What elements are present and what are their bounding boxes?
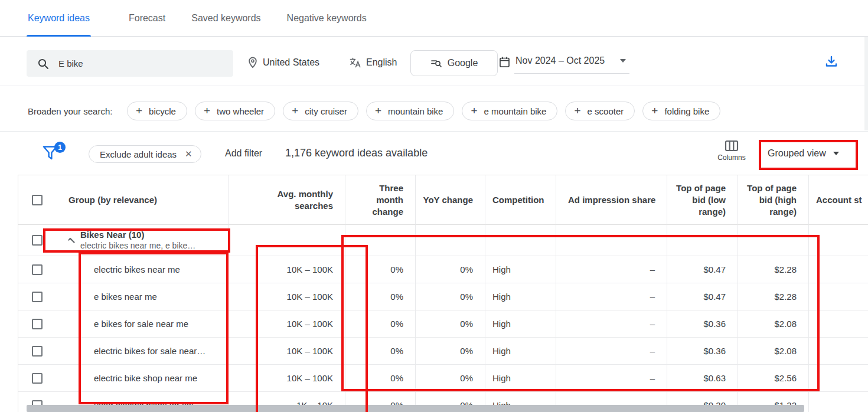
broaden-search-label: Broaden your search:: [28, 106, 112, 116]
location-selector[interactable]: United States: [247, 57, 319, 68]
exclude-adult-ideas-chip[interactable]: Exclude adult ideas ✕: [89, 145, 201, 163]
row-checkbox[interactable]: [32, 319, 43, 329]
add-filter-button[interactable]: Add filter: [225, 148, 262, 159]
divider: [0, 131, 868, 132]
view-selector-value: Grouped view: [768, 148, 826, 159]
bid-high-cell: $2.28: [738, 283, 808, 310]
ad-impression-cell: –: [556, 283, 667, 310]
header-checkbox-cell: [18, 175, 68, 225]
header-ad-impression-share[interactable]: Ad impression share: [556, 175, 667, 225]
bid-high-cell: $2.28: [738, 256, 808, 283]
chip-label: two wheeler: [217, 106, 264, 116]
row-checkbox[interactable]: [32, 264, 43, 275]
group-subtitle: electric bikes near me, e bike…: [80, 240, 195, 251]
three-month-cell: 0%: [345, 283, 415, 310]
group-title-block: Bikes Near (10) electric bikes near me, …: [80, 229, 195, 251]
row-checkbox-cell: [18, 338, 68, 365]
header-top-of-page-bid-low[interactable]: Top of page bid (low range): [667, 175, 738, 225]
columns-label: Columns: [714, 153, 749, 162]
bid-low-cell: $0.47: [667, 283, 738, 310]
ad-impression-cell: –: [556, 338, 667, 365]
chip-folding-bike[interactable]: +folding bike: [642, 102, 720, 120]
tab-negative-keywords-label: Negative keywords: [287, 13, 367, 24]
network-search-icon: [430, 58, 442, 68]
chip-mountain-bike[interactable]: +mountain bike: [366, 102, 455, 120]
table-row: e bikes for sale near me 10K – 100K 0% 0…: [18, 310, 868, 338]
searches-cell: 10K – 100K: [228, 283, 345, 310]
header-group[interactable]: Group (by relevance): [68, 175, 228, 225]
empty-cell: [808, 225, 868, 256]
header-label: Top of page bid (high range): [743, 182, 797, 218]
header-label: YoY change: [423, 194, 473, 206]
chip-bicycle[interactable]: +bicycle: [127, 102, 187, 120]
location-value: United States: [263, 57, 319, 68]
header-competition[interactable]: Competition: [485, 175, 556, 225]
tab-negative-keywords[interactable]: Negative keywords: [286, 0, 368, 37]
tab-keyword-ideas[interactable]: Keyword ideas: [27, 0, 91, 37]
yoy-cell: 0%: [415, 338, 485, 365]
three-month-cell: 0%: [345, 338, 415, 365]
view-selector-dropdown[interactable]: Grouped view: [768, 148, 839, 159]
chevron-down-icon: [833, 152, 839, 155]
search-value: E bike: [58, 58, 83, 68]
chip-e-mountain-bike[interactable]: +e mountain bike: [462, 102, 557, 120]
header-avg-monthly-searches[interactable]: Avg. monthly searches: [228, 175, 345, 225]
select-all-checkbox[interactable]: [32, 195, 43, 205]
header-top-of-page-bid-high[interactable]: Top of page bid (high range): [738, 175, 808, 225]
date-range-value: Nov 2024 – Oct 2025: [515, 55, 605, 66]
row-checkbox[interactable]: [32, 292, 43, 302]
network-selector[interactable]: Google: [410, 50, 498, 76]
tab-keyword-ideas-label: Keyword ideas: [28, 13, 90, 24]
ad-impression-cell: –: [556, 310, 667, 338]
columns-icon: [725, 140, 739, 152]
empty-cell: [228, 225, 345, 256]
chip-city-cruiser[interactable]: +city cruiser: [283, 102, 358, 120]
language-selector[interactable]: English: [350, 57, 397, 68]
group-title: Bikes Near (10): [80, 229, 195, 240]
plus-icon: +: [204, 105, 210, 116]
divider: [0, 86, 868, 86]
group-checkbox[interactable]: [32, 235, 43, 246]
search-icon: [37, 58, 49, 70]
header-yoy-change[interactable]: YoY change: [415, 175, 485, 225]
account-status-cell: [808, 392, 868, 412]
empty-cell: [667, 225, 738, 256]
row-checkbox-cell: [18, 310, 68, 338]
chevron-down-icon: [620, 59, 626, 63]
three-month-cell: 0%: [345, 365, 415, 392]
header-account-status[interactable]: Account st: [808, 175, 868, 225]
collapse-group-button[interactable]: [68, 237, 80, 243]
bid-high-cell: $2.08: [738, 310, 808, 338]
close-icon[interactable]: ✕: [185, 149, 192, 159]
tab-forecast[interactable]: Forecast: [128, 0, 167, 37]
date-range-selector[interactable]: Nov 2024 – Oct 2025: [499, 55, 629, 74]
bid-high-cell: $2.08: [738, 338, 808, 365]
keyword-cell: electric bike shop near me: [68, 365, 228, 392]
chip-e-scooter[interactable]: +e scooter: [565, 102, 635, 120]
empty-cell: [485, 225, 556, 256]
location-pin-icon: [247, 57, 258, 68]
calendar-icon: [499, 56, 510, 68]
competition-cell: High: [485, 338, 556, 365]
group-title-cell: Bikes Near (10) electric bikes near me, …: [68, 225, 228, 256]
keyword-search-input[interactable]: E bike: [27, 50, 233, 77]
chip-two-wheeler[interactable]: +two wheeler: [195, 102, 275, 120]
columns-button[interactable]: Columns: [714, 140, 749, 162]
download-button[interactable]: [824, 55, 838, 69]
exclude-chip-label: Exclude adult ideas: [100, 149, 177, 159]
date-range-inner: Nov 2024 – Oct 2025: [514, 55, 629, 74]
row-checkbox[interactable]: [32, 373, 43, 384]
right-edge-strip: [864, 37, 868, 130]
header-label: Three month change: [369, 182, 403, 218]
bid-low-cell: $0.36: [667, 310, 738, 338]
group-checkbox-cell: [18, 225, 68, 256]
plus-icon: +: [651, 105, 658, 116]
header-three-month-change[interactable]: Three month change: [345, 175, 415, 225]
keyword-cell: electric bikes near me: [68, 256, 228, 283]
chip-label: e scooter: [588, 106, 624, 116]
plus-icon: +: [471, 105, 477, 116]
chip-label: mountain bike: [388, 106, 443, 116]
tab-saved-keywords[interactable]: Saved keywords: [190, 0, 262, 37]
row-checkbox[interactable]: [32, 346, 43, 357]
horizontal-scrollbar[interactable]: [27, 405, 804, 412]
